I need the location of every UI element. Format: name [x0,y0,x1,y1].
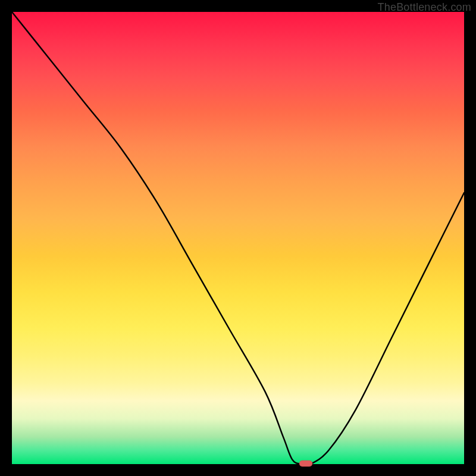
chart-container: TheBottleneck.com [0,0,476,476]
bottleneck-curve [12,12,464,465]
watermark: TheBottleneck.com [378,1,471,14]
curve-svg [12,12,464,464]
optimal-marker [299,461,312,466]
plot-area [12,12,464,464]
